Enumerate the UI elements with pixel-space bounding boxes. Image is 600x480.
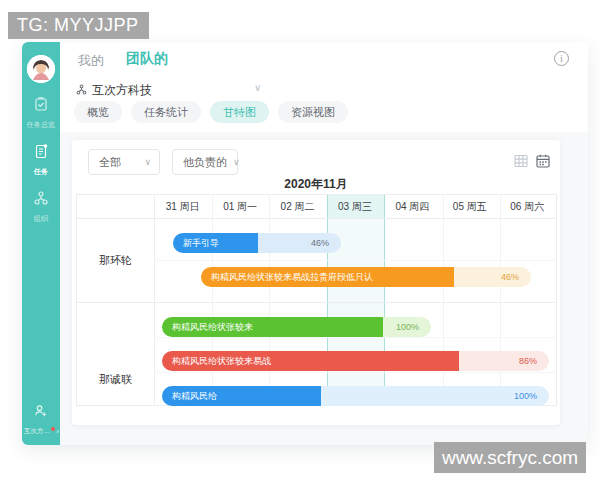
grid-line <box>269 195 270 405</box>
info-icon[interactable]: i <box>554 51 569 66</box>
gantt-grid: 31 周日 01 周一 02 周二 03 周三 04 周四 05 周五 06 周… <box>76 194 557 406</box>
gantt-bar-task[interactable]: 构精风民给状张较来 100% <box>162 317 431 337</box>
gantt-card: 全部 ∨ 他负责的 ∨ 2020年11月 <box>72 140 560 425</box>
grid-line <box>154 260 556 261</box>
expand-arrow-icon: › <box>56 427 59 436</box>
filter-value: 全部 <box>99 155 121 170</box>
app-window: 任务总览 任务 组织 互次方… › 我的 团队的 <box>22 42 588 445</box>
workspace-selector[interactable]: 互次方科技 <box>76 81 152 99</box>
sidebar-item-task-overview[interactable]: 任务总览 <box>25 96 57 130</box>
sidebar: 任务总览 任务 组织 互次方… › <box>22 42 60 445</box>
day-cell: 04 周四 <box>384 195 441 218</box>
clipboard-check-icon <box>33 96 49 116</box>
tasks-document-icon <box>33 143 49 163</box>
tab-task-stats[interactable]: 任务统计 <box>131 101 201 123</box>
owner-label: 那诚联 <box>77 372 154 387</box>
workspace-icon <box>76 81 92 99</box>
task-progress: 46% <box>311 233 329 253</box>
chevron-down-icon: ∨ <box>233 157 240 167</box>
sidebar-item-tasks[interactable]: 任务 <box>33 143 49 177</box>
filter-assignee-select[interactable]: 他负责的 ∨ <box>172 149 238 175</box>
grid-line <box>77 218 556 219</box>
task-name: 构精风民给状张较来易战拉贵府段低只认 <box>211 267 373 287</box>
day-cell: 02 周二 <box>269 195 326 218</box>
tab-gantt[interactable]: 甘特图 <box>210 101 269 123</box>
sidebar-footer-label: 互次方… <box>24 426 50 435</box>
org-chart-icon <box>33 190 49 210</box>
grid-line <box>500 195 501 405</box>
content-background: 全部 ∨ 他负责的 ∨ 2020年11月 <box>60 132 588 445</box>
workspace-name: 互次方科技 <box>92 82 152 99</box>
invite-member-icon <box>33 403 48 422</box>
gantt-bar-task[interactable]: 构精风民给状张较来易战 86% <box>162 351 549 371</box>
task-name: 构精风民给状张较来易战 <box>172 351 271 371</box>
grid-line <box>443 195 444 405</box>
calendar-icon[interactable] <box>535 153 551 169</box>
tab-resource-view[interactable]: 资源视图 <box>278 101 348 123</box>
task-progress: 100% <box>396 317 419 337</box>
task-name: 构精风民给 <box>172 386 217 406</box>
day-cell: 05 周五 <box>441 195 498 218</box>
day-cell: 31 周日 <box>154 195 211 218</box>
chevron-down-icon: ∨ <box>144 157 151 167</box>
filter-all-select[interactable]: 全部 ∨ <box>88 149 160 175</box>
gantt-bar-task[interactable]: 构精风民给 100% <box>162 386 549 406</box>
gantt-bar-task[interactable]: 新手引导 46% <box>173 233 341 253</box>
grid-line <box>154 337 556 338</box>
grid-line <box>154 372 556 373</box>
day-cell: 06 周六 <box>499 195 556 218</box>
sidebar-item-label: 任务 <box>34 167 48 177</box>
task-progress: 86% <box>519 351 537 371</box>
tab-mine[interactable]: 我的 <box>78 52 104 70</box>
owner-label: 那环轮 <box>77 253 154 268</box>
day-cell: 01 周一 <box>211 195 268 218</box>
month-title: 2020年11月 <box>72 176 560 193</box>
tab-team[interactable]: 团队的 <box>126 50 168 68</box>
filter-value: 他负责的 <box>183 155 227 170</box>
grid-line <box>154 195 155 405</box>
main-panel: 我的 团队的 i 互次方科技 ∨ 概览 任务统计 甘特图 资源视图 全部 ∨ 他… <box>60 42 588 445</box>
task-progress: 100% <box>514 386 537 406</box>
watermark-bottom-right: www.scfryc.com <box>434 442 586 473</box>
today-column-highlight <box>327 195 385 405</box>
task-name: 构精风民给状张较来 <box>172 317 253 337</box>
tab-overview[interactable]: 概览 <box>74 101 122 123</box>
day-cell-today: 03 周三 <box>326 195 383 218</box>
sidebar-item-organization[interactable]: 组织 <box>33 190 49 224</box>
sidebar-item-label: 组织 <box>34 214 48 224</box>
chevron-down-icon[interactable]: ∨ <box>254 82 261 93</box>
avatar[interactable] <box>27 55 55 83</box>
task-name: 新手引导 <box>183 233 219 253</box>
view-tabs: 概览 任务统计 甘特图 资源视图 <box>74 101 348 123</box>
gantt-bar-task[interactable]: 构精风民给状张较来易战拉贵府段低只认 46% <box>201 267 531 287</box>
watermark-top-left: TG: MYYJJPP <box>8 12 149 39</box>
sidebar-footer[interactable]: 互次方… › <box>23 403 59 436</box>
notification-badge <box>51 427 55 431</box>
task-progress: 46% <box>501 267 519 287</box>
table-grid-icon[interactable] <box>513 153 529 169</box>
sidebar-item-label: 任务总览 <box>27 120 56 130</box>
day-header-row: 31 周日 01 周一 02 周二 03 周三 04 周四 05 周五 06 周… <box>154 195 556 218</box>
grid-line <box>212 195 213 405</box>
group-divider <box>77 302 556 303</box>
